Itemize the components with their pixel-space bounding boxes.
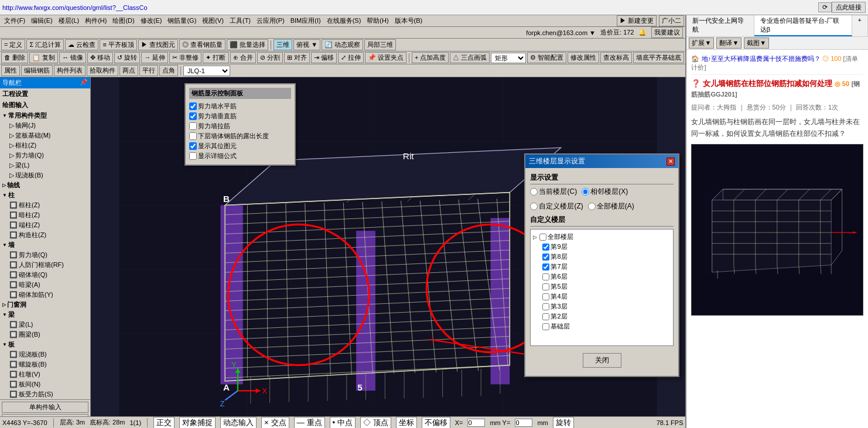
menu-draw[interactable]: 绘图(D) [110, 16, 137, 26]
menu-file[interactable]: 文件(F) [1, 16, 28, 26]
sidebar-item-axis[interactable]: ▷轴网(J) [0, 121, 90, 131]
rotate-btn[interactable]: ↺ 旋转 [114, 52, 140, 63]
tree-floor-base[interactable]: 基础层 [533, 321, 671, 331]
float-panel-item-2[interactable]: 剪力墙拉筋 [189, 121, 291, 131]
radio-adjacent[interactable]: 相邻楼层(X) [582, 187, 628, 197]
prop-btn[interactable]: 属性 [1, 65, 20, 76]
right-tab-new[interactable]: + [852, 15, 868, 36]
modify-attr-btn[interactable]: 修改属性 [568, 52, 599, 63]
tree-floor-9[interactable]: 第9层 [533, 242, 671, 252]
float-panel-item-0[interactable]: 剪力墙水平筋 [189, 101, 291, 111]
two-points-btn[interactable]: 两点 [119, 65, 138, 76]
radio-all[interactable]: 全部楼层(A) [588, 201, 634, 211]
floors-tree[interactable]: ▷ 全部楼层 第9层 [530, 229, 674, 346]
break-btn[interactable]: ✦ 打断 [203, 52, 228, 63]
nav-home-link[interactable]: 地↑至至大环裤降温费属十技不措施费吗？ [702, 55, 823, 62]
sidebar-pin-icon[interactable]: 📌 [80, 78, 88, 87]
sidebar-item-constcol[interactable]: 🔲构造柱(Z) [0, 230, 90, 240]
suggest-button[interactable]: 我要建议 [651, 27, 683, 38]
add-height-btn[interactable]: + 点加高度 [412, 52, 449, 63]
right-nav-translate[interactable]: 翻译▼ [716, 37, 741, 49]
sidebar-item-col[interactable]: ▷框柱(Z) [0, 141, 90, 150]
vertex-btn[interactable]: ◇ 顶点 [360, 417, 391, 429]
view-rebar-btn[interactable]: ◎ 查看钢筋量 [179, 39, 225, 50]
sidebar-item-hidecol[interactable]: 🔲暗柱(Z) [0, 210, 90, 220]
align-top-btn[interactable]: ≡ 平齐板顶 [100, 39, 136, 50]
cloud-check-btn[interactable]: ☁ 云检查 [65, 39, 98, 50]
3point-btn[interactable]: △ 三点画弧 [450, 52, 490, 63]
partial-3d-btn[interactable]: 局部三维 [364, 39, 396, 50]
split-btn[interactable]: ⊘ 分割 [257, 52, 283, 63]
check-floor-2[interactable] [542, 313, 549, 320]
dynamic-btn[interactable]: 动态输入 [220, 417, 257, 429]
check-floor-5[interactable] [542, 283, 549, 290]
close-dialog-btn[interactable]: 关闭 [583, 353, 621, 368]
refresh-button[interactable]: ⟳ [818, 2, 832, 12]
top-view-btn[interactable]: 俯视 ▼ [293, 39, 320, 50]
no-offset-btn[interactable]: 不偏移 [422, 417, 450, 429]
sidebar-item-slabspace[interactable]: 🔲板间(N) [0, 379, 90, 389]
align-btn[interactable]: ⊞ 对齐 [284, 52, 310, 63]
sidebar-group-axis[interactable]: ▷轴线 [0, 180, 90, 190]
check-vert-rebar[interactable] [189, 112, 197, 120]
check-floor-7[interactable] [542, 263, 549, 271]
sidebar-group-col-all[interactable]: ▼柱 [0, 190, 90, 200]
ortho-btn[interactable]: 正交 [153, 417, 175, 429]
tree-floor-6[interactable]: 第6层 [533, 272, 671, 282]
check-expose-len[interactable] [189, 132, 197, 140]
right-tab-pricing[interactable]: 专业造价问题答疑平台-厂联达β [754, 15, 852, 36]
delete-btn[interactable]: 🗑 删除 [1, 52, 28, 63]
merge-btn[interactable]: ⊕ 合并 [230, 52, 256, 63]
menu-rebar[interactable]: 钢筋量(G) [165, 16, 199, 26]
new-change-btn[interactable]: ▶ 新建变更 [617, 15, 657, 26]
tree-all-floors[interactable]: ▷ 全部楼层 [533, 232, 671, 242]
layer-select[interactable]: JLQ-1 [183, 66, 230, 76]
menu-bim[interactable]: BIM应用(I) [288, 16, 324, 26]
sidebar-group-common[interactable]: ▼常用构件类型 [0, 111, 90, 121]
right-nav-screenshot[interactable]: 截图▼ [744, 37, 769, 49]
sidebar-group-slab-all[interactable]: ▼板 [0, 340, 90, 350]
cad-viewport[interactable]: X Y Z B A 5 [91, 77, 685, 416]
menu-component[interactable]: 构件(H) [82, 16, 110, 26]
sidebar-item-framecol[interactable]: 🔲框柱(Z) [0, 200, 90, 210]
check-high-btn[interactable]: 查改标高 [600, 52, 632, 63]
menu-view[interactable]: 视图(V) [199, 16, 227, 26]
tree-floor-7[interactable]: 第7层 [533, 262, 671, 272]
sidebar-item-civildef[interactable]: 🔲人防门框墙(RF) [0, 260, 90, 270]
right-tab-safety[interactable]: 新一代安全上网导航 [686, 15, 754, 36]
point-angle-btn[interactable]: 点角 [159, 65, 178, 76]
menu-tools[interactable]: 工具(T) [227, 16, 254, 26]
radio-custom[interactable]: 自定义楼层(Z) [530, 201, 583, 211]
snap-btn[interactable]: 对象捕捉 [179, 417, 216, 429]
calc-sum-btn[interactable]: Σ 汇总计算 [26, 39, 64, 50]
menu-help[interactable]: 帮助(H) [364, 16, 391, 26]
float-panel-item-1[interactable]: 剪力墙垂直筋 [189, 111, 291, 121]
tree-floor-2[interactable]: 第2层 [533, 311, 671, 321]
check-floor-8[interactable] [542, 254, 549, 261]
batch-select-btn[interactable]: ⬛ 批量选择 [227, 39, 268, 50]
component-list-btn[interactable]: 构件列表 [54, 65, 86, 76]
sidebar-item-coldrop[interactable]: 🔲柱墩(V) [0, 369, 90, 379]
radio-custom-input[interactable] [530, 203, 538, 210]
trim-btn[interactable]: ✂ 非整修 [169, 52, 201, 63]
sidebar-item-slab[interactable]: ▷现浇板(B) [0, 170, 90, 180]
x-input[interactable] [467, 419, 485, 427]
sidebar-item-slabstress[interactable]: 🔲板受力筋(S) [0, 389, 90, 399]
sidebar-item-beam[interactable]: ▷梁(L) [0, 160, 90, 170]
single-comp-btn[interactable]: 单构件输入 [2, 402, 88, 413]
menu-floor[interactable]: 楼层(L) [56, 16, 82, 26]
check-horiz-rebar[interactable] [189, 102, 197, 110]
tree-floor-4[interactable]: 第4层 [533, 292, 671, 302]
extend-btn[interactable]: → 延伸 [141, 52, 168, 63]
radio-adjacent-input[interactable] [582, 188, 589, 196]
sidebar-item-castslab[interactable]: 🔲现浇板(B) [0, 350, 90, 359]
mirror-btn[interactable]: ↔ 镜像 [59, 52, 86, 63]
sidebar-item-draw[interactable]: 绘图输入 [0, 100, 90, 111]
tree-floor-5[interactable]: 第5层 [533, 282, 671, 292]
check-show-formula[interactable] [189, 152, 197, 160]
grip-btn[interactable]: 📌 设置夹点 [365, 52, 406, 63]
check-floor-9[interactable] [542, 244, 549, 251]
check-floor-3[interactable] [542, 303, 549, 310]
sidebar-item-spiralslab[interactable]: 🔲螺旋板(B) [0, 359, 90, 369]
sidebar-item-masonryreinf[interactable]: 🔲砌体加筋(Y) [0, 290, 90, 300]
